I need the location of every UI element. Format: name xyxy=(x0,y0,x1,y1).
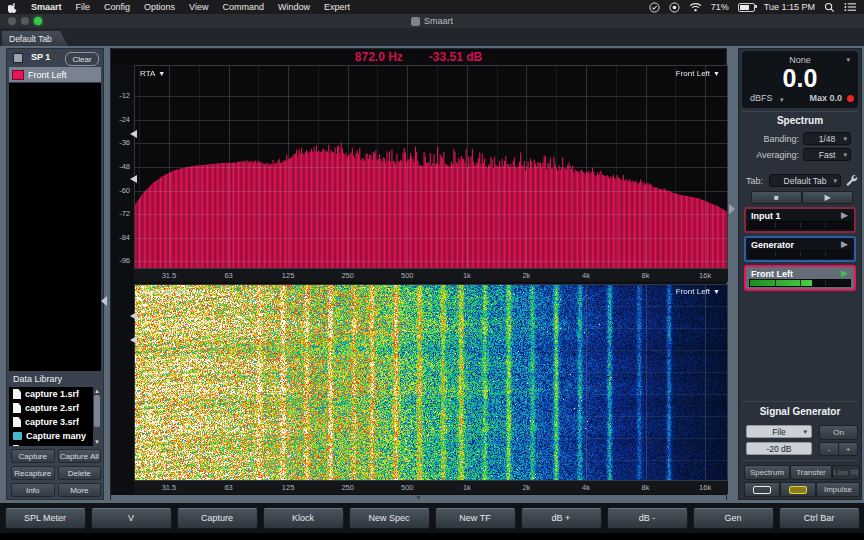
meter-max: Max 0.0 xyxy=(809,93,842,103)
chevron-down-icon: ▼ xyxy=(713,70,720,77)
window-title-bar[interactable]: Smaart xyxy=(0,14,864,29)
generator-type-select[interactable]: File▾ xyxy=(746,425,812,438)
ctrl-new-spec-button[interactable]: New Spec xyxy=(349,508,430,529)
chevron-down-icon: ▾ xyxy=(833,177,837,185)
impulse-button[interactable]: Impulse xyxy=(816,482,860,497)
menu-item-view[interactable]: View xyxy=(189,2,208,12)
source-front-left[interactable]: Front Left ▶ xyxy=(744,265,856,291)
rta-canvas[interactable] xyxy=(134,65,728,269)
spectrograph-plot[interactable]: Spectrograph▼ Front Left▼ xyxy=(134,284,728,481)
collapse-left-panel-icon[interactable] xyxy=(101,296,107,306)
rta-plot-type[interactable]: RTA▼ xyxy=(140,69,165,78)
divider-handle-icon[interactable]: ▼ xyxy=(415,495,422,501)
menu-item-smaart[interactable]: Smaart xyxy=(31,2,62,12)
plot-column: 872.0 Hz -33.51 dB -12-24-36-48-60-72-84… xyxy=(110,48,727,500)
tab-default-tab[interactable]: Default Tab xyxy=(2,31,68,46)
library-recapture-button[interactable]: Recapture xyxy=(11,466,55,480)
menu-item-expert[interactable]: Expert xyxy=(324,2,350,12)
mode-spectrum-button[interactable]: Spectrum xyxy=(744,465,790,480)
menu-item-command[interactable]: Command xyxy=(222,2,264,12)
pane-divider[interactable]: ▼ xyxy=(111,495,726,501)
library-capture-button[interactable]: Capture xyxy=(11,449,55,463)
spectrograph-range-arrow-icon[interactable] xyxy=(130,312,137,320)
ctrl-klock-button[interactable]: Klock xyxy=(263,508,344,529)
library-capture-all-button[interactable]: Capture All xyxy=(58,449,102,463)
ctrl-v-button[interactable]: V xyxy=(91,508,172,529)
ctrl-db--button[interactable]: dB - xyxy=(607,508,688,529)
meter-unit-select[interactable]: dBFS xyxy=(750,93,773,103)
menu-item-options[interactable]: Options xyxy=(144,2,175,12)
mode-transfer-button[interactable]: Transfer xyxy=(790,465,832,480)
scroll-up-icon[interactable]: ▲ xyxy=(93,387,101,395)
menu-item-file[interactable]: File xyxy=(76,2,91,12)
play-button[interactable]: ▶ xyxy=(802,191,853,204)
level-plus-button[interactable]: + xyxy=(838,442,858,456)
library-info-button[interactable]: Info xyxy=(11,483,55,497)
stop-button[interactable]: ■ xyxy=(751,191,802,204)
file-icon xyxy=(13,389,21,399)
trace-item-front-left[interactable]: Front Left xyxy=(9,67,101,82)
scroll-thumb[interactable] xyxy=(94,395,100,427)
app-icon xyxy=(411,17,420,26)
apple-icon[interactable] xyxy=(8,2,17,13)
library-item[interactable]: capture 2.srf xyxy=(9,401,101,415)
rta-x-tick: 500 xyxy=(401,271,414,280)
data-library-list[interactable]: capture 1.srfcapture 2.srfcapture 3.srfC… xyxy=(9,387,101,446)
spectrograph-range-arrow-icon[interactable] xyxy=(130,336,137,344)
play-icon[interactable]: ▶ xyxy=(841,210,848,220)
spectrograph-trace-selector[interactable]: Front Left▼ xyxy=(676,287,720,296)
play-icon[interactable]: ▶ xyxy=(841,239,848,249)
library-more-button[interactable]: More xyxy=(58,483,102,497)
circled-check-icon[interactable] xyxy=(649,2,660,13)
ctrl-gen-button[interactable]: Gen xyxy=(693,508,774,529)
spectrograph-canvas[interactable] xyxy=(134,284,728,481)
menu-item-config[interactable]: Config xyxy=(104,2,130,12)
ctrl-ctrl-bar-button[interactable]: Ctrl Bar xyxy=(779,508,860,529)
library-scrollbar[interactable]: ▲ ▼ xyxy=(93,387,101,446)
mode-live-ir-button[interactable]: Live IR xyxy=(832,465,860,480)
library-delete-button[interactable]: Delete xyxy=(58,466,102,480)
source-generator[interactable]: Generator ▶ xyxy=(744,236,856,262)
library-item[interactable]: UQ 1-1.srf xyxy=(9,443,101,446)
rta-trace-selector[interactable]: Front Left▼ xyxy=(676,69,720,78)
library-item[interactable]: capture 1.srf xyxy=(9,387,101,401)
scroll-down-icon[interactable]: ▼ xyxy=(93,438,101,446)
wifi-icon[interactable] xyxy=(689,2,702,12)
pink-noise-icon-button[interactable] xyxy=(780,482,816,497)
spectrograph-x-tick: 4k xyxy=(582,483,590,492)
rta-threshold-arrow-icon[interactable] xyxy=(130,130,137,138)
averaging-select[interactable]: Fast▾ xyxy=(803,148,851,161)
spectrograph-x-tick: 63 xyxy=(224,483,232,492)
wrench-icon[interactable] xyxy=(845,173,858,191)
library-item[interactable]: Capture many xyxy=(9,429,101,443)
rta-threshold-arrow-icon[interactable] xyxy=(130,175,137,183)
chevron-down-icon: ▾ xyxy=(803,428,807,436)
search-icon[interactable] xyxy=(824,2,835,13)
menu-status: 71% Tue 1:15 PM xyxy=(649,2,856,13)
battery-percent: 71% xyxy=(711,2,729,12)
menu-items: SmaartFileConfigOptionsViewCommandWindow… xyxy=(31,2,350,12)
ctrl-capture-button[interactable]: Capture xyxy=(177,508,258,529)
ctrl-db--button[interactable]: dB + xyxy=(521,508,602,529)
sine-wave-icon-button[interactable] xyxy=(744,482,780,497)
library-item-name: capture 1.srf xyxy=(25,389,79,399)
menu-item-window[interactable]: Window xyxy=(278,2,310,12)
clear-button[interactable]: Clear xyxy=(65,52,99,66)
ctrl-new-tf-button[interactable]: New TF xyxy=(435,508,516,529)
ctrl-spl-meter-button[interactable]: SPL Meter xyxy=(5,508,86,529)
control-center-icon[interactable] xyxy=(844,2,856,12)
generator-on-button[interactable]: On xyxy=(819,425,858,440)
rta-plot[interactable]: RTA▼ Front Left▼ xyxy=(134,65,728,269)
source-input-1[interactable]: Input 1 ▶ xyxy=(744,207,856,233)
banding-select[interactable]: 1/48▾ xyxy=(803,132,851,145)
level-minus-button[interactable]: - xyxy=(819,442,839,456)
chevron-down-icon: ▾ xyxy=(846,56,850,64)
screen-record-icon[interactable] xyxy=(669,2,680,13)
tab-select[interactable]: Default Tab▾ xyxy=(769,174,841,187)
trace-list-empty[interactable] xyxy=(9,83,101,371)
library-item[interactable]: capture 3.srf xyxy=(9,415,101,429)
spectrograph-plot-type[interactable]: Spectrograph▼ xyxy=(140,287,198,296)
play-icon[interactable]: ▶ xyxy=(841,268,848,278)
sp-group-checkbox[interactable] xyxy=(13,53,23,63)
collapse-right-panel-icon[interactable] xyxy=(729,204,735,214)
